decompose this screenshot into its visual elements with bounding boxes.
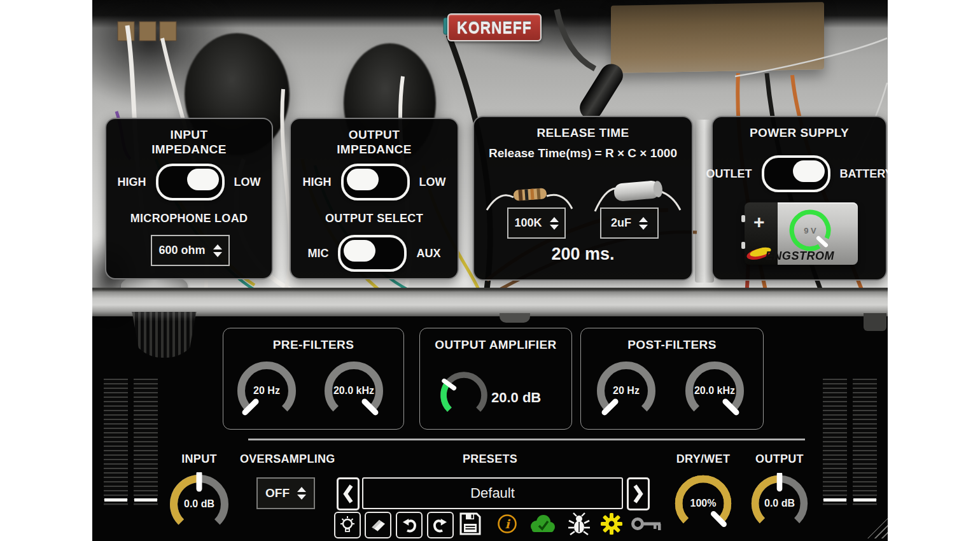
panel-title: INPUT IMPEDANCE (106, 127, 272, 157)
preset-previous-button[interactable] (337, 477, 360, 510)
stepper-arrows-icon[interactable] (639, 217, 648, 230)
battery-plus-sign: + (753, 211, 765, 233)
stepper-arrows-icon[interactable] (550, 217, 559, 230)
knob-value-label: 0.0 dB (749, 498, 810, 509)
release-time-formula: Release Time(ms) = R × C × 1000 (474, 146, 692, 160)
svg-text:i: i (505, 517, 510, 531)
output-level-meter (853, 379, 877, 506)
hardware-socket (864, 313, 886, 331)
release-time-result: 200 ms. (474, 244, 692, 264)
output-amplifier-gain-knob[interactable] (438, 370, 489, 421)
capacitance-value: 2uF (611, 216, 631, 230)
settings-button[interactable] (599, 512, 624, 536)
resistance-select[interactable]: 100K (507, 207, 566, 239)
output-impedance-toggle-row: HIGH LOW (291, 164, 458, 200)
knob-value-label: 20 Hz (235, 385, 298, 397)
input-gain-knob[interactable]: 0.0 dB (167, 472, 231, 536)
battery-brand-label: ENGSTROM (766, 249, 834, 263)
knob-value-label: 20 Hz (594, 385, 658, 397)
output-label: OUTPUT (729, 453, 830, 466)
power-source-toggle[interactable] (762, 155, 830, 192)
panel-title: POWER SUPPLY (713, 125, 886, 140)
output-select-toggle-row: MIC AUX (291, 235, 458, 272)
toggle-knob (344, 240, 375, 262)
cloud-sync-button[interactable] (528, 512, 557, 536)
chevron-right-icon (632, 483, 645, 505)
knob-value-label: 20.0 kHz (683, 385, 746, 397)
panel-title: RELEASE TIME (474, 125, 692, 140)
stepper-arrows-icon[interactable] (213, 244, 222, 257)
bottom-bar-divider (248, 439, 805, 440)
microphone-load-select[interactable]: 600 ohm (151, 235, 230, 266)
redo-button[interactable] (427, 512, 454, 538)
output-gain-knob[interactable]: 0.0 dB (749, 473, 810, 534)
toggle-right-label: AUX (416, 247, 440, 260)
oversampling-value: OFF (265, 486, 290, 500)
battery-graphic: + 9 V ENGSTROM (745, 202, 858, 265)
toggle-right-label: BATTERY (840, 167, 888, 181)
save-preset-button[interactable] (458, 512, 482, 536)
microphone-load-label: MICROPHONE LOAD (106, 212, 272, 225)
chevron-left-icon (342, 483, 354, 505)
post-filters-panel: POST-FILTERS 20 Hz 20.0 kHz (580, 328, 764, 430)
output-amplifier-gain-value: 20.0 dB (491, 390, 541, 406)
redo-arrow-icon (431, 516, 449, 534)
battery-clip (741, 215, 745, 222)
manual-button[interactable] (365, 512, 391, 538)
toggle-left-label: MIC (307, 247, 328, 260)
post-filter-lowpass-knob[interactable]: 20.0 kHz (683, 359, 746, 423)
panel-title: OUTPUT AMPLIFIER (420, 337, 571, 352)
output-impedance-toggle[interactable] (341, 164, 410, 200)
toggle-left-label: HIGH (303, 176, 332, 189)
toggle-knob (187, 169, 219, 190)
battery-voltage-label: 9 V (787, 226, 833, 235)
input-level-meter (104, 379, 128, 506)
toggle-knob (793, 160, 825, 182)
oversampling-label: OVERSAMPLING (240, 453, 330, 466)
panel-title: PRE-FILTERS (223, 337, 403, 352)
toggle-left-label: HIGH (118, 176, 146, 189)
input-impedance-panel: INPUT IMPEDANCE HIGH LOW MICROPHONE LOAD… (105, 118, 273, 279)
license-button[interactable] (630, 512, 663, 536)
pre-filter-lowpass-knob[interactable]: 20.0 kHz (322, 359, 386, 423)
input-level-meter (134, 379, 158, 506)
gear-icon (600, 512, 623, 535)
output-select-toggle[interactable] (338, 235, 407, 272)
pre-filter-highpass-knob[interactable]: 20 Hz (235, 359, 298, 423)
panel-title: OUTPUT IMPEDANCE (291, 127, 458, 157)
power-source-toggle-row: OUTLET BATTERY (713, 155, 886, 192)
dry-wet-knob[interactable]: 100% (673, 473, 734, 534)
undo-button[interactable] (396, 512, 423, 538)
stepper-arrows-icon[interactable] (297, 487, 306, 500)
hardware-knob-photo (129, 312, 199, 358)
preset-next-button[interactable] (627, 477, 650, 510)
hardware-knob-bottom (500, 313, 530, 323)
knob-value-label: 0.0 dB (167, 498, 231, 510)
tips-button[interactable] (334, 512, 361, 538)
bug-report-button[interactable] (566, 512, 592, 536)
power-supply-panel: POWER SUPPLY OUTLET BATTERY + 9 V ENGSTR… (711, 116, 887, 281)
knob-value-label: 100% (673, 498, 734, 509)
presets-label: PRESETS (458, 453, 522, 466)
post-filter-highpass-knob[interactable]: 20 Hz (594, 359, 658, 423)
plugin-window: KORNEFF INPUT IMPEDANCE HIGH LOW MICROPH… (92, 0, 888, 541)
toggle-right-label: LOW (419, 176, 446, 189)
toggle-left-label: OUTLET (706, 167, 752, 181)
resize-grip[interactable] (867, 518, 888, 538)
resistance-value: 100K (514, 216, 542, 230)
info-button[interactable]: i (495, 512, 519, 536)
cloud-check-icon (528, 513, 556, 535)
panel-title: POST-FILTERS (581, 337, 763, 352)
oversampling-select[interactable]: OFF (256, 477, 315, 509)
input-impedance-toggle-row: HIGH LOW (106, 164, 272, 200)
battery-level-knob[interactable]: 9 V (787, 207, 833, 253)
capacitance-select[interactable]: 2uF (600, 207, 659, 239)
input-impedance-toggle[interactable] (156, 164, 225, 200)
knob-value-label: 20.0 kHz (322, 385, 386, 397)
lightbulb-icon (339, 516, 356, 535)
output-level-meter (823, 379, 847, 506)
pre-filters-panel: PRE-FILTERS 20 Hz 20.0 kHz (223, 328, 404, 430)
input-label: INPUT (167, 453, 231, 466)
undo-arrow-icon (400, 516, 418, 534)
preset-name-box[interactable]: Default (362, 477, 623, 509)
